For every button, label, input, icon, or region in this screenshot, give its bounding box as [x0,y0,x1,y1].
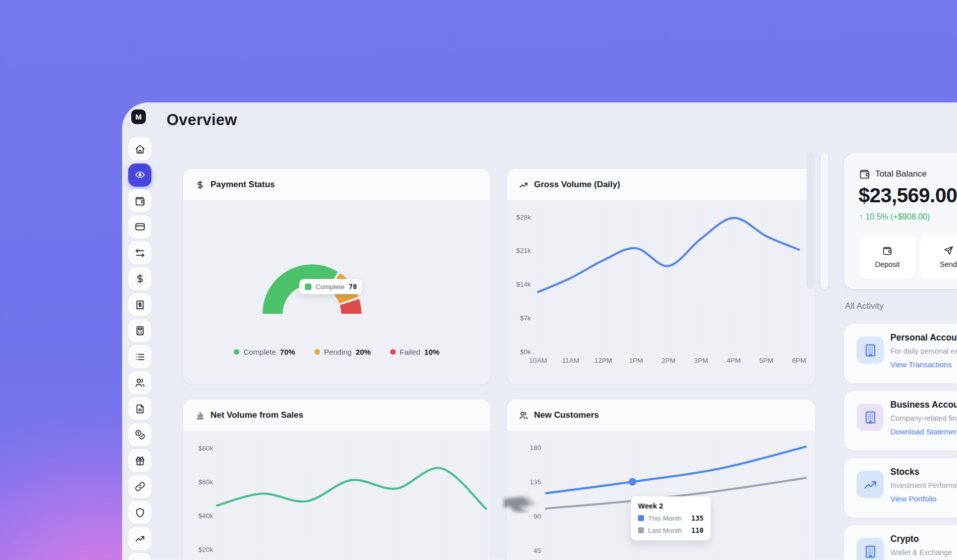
activity-card-personal-account[interactable]: Personal AccountFor daily personal expen… [844,324,957,383]
card-header: New Customers [507,400,815,431]
bar-chart-icon [195,411,205,420]
activity-icon-tile [857,404,884,431]
card-title: Net Volume from Sales [210,410,303,420]
activity-subtitle: Wallet & Exchange [890,548,952,556]
legend-item-complete: Complete70% [234,348,295,356]
svg-text:5PM: 5PM [759,357,773,364]
activity-card-stocks[interactable]: StocksInvestment PerformanceView Portfol… [844,458,957,518]
trending-up-icon [519,180,528,190]
activity-link[interactable]: Download Statements [890,427,957,436]
sidebar-item-trending-up[interactable] [128,527,151,550]
send-icon [943,246,953,256]
users-icon [519,411,528,420]
svg-text:4PM: 4PM [727,357,741,364]
sidebar-item-home[interactable] [128,137,151,160]
deposit-button[interactable]: Deposit [859,235,916,279]
tooltip-row: Last Month110 [638,526,704,534]
new-customers-chart: 1801359045 [507,431,815,560]
activity-title: Personal Account [890,332,957,343]
building-icon [863,544,878,559]
sidebar-item-arrows-left-right[interactable] [128,241,151,264]
chart-tooltip: Week 2 This Month135Last Month110 [631,496,711,540]
activity-link[interactable]: View Portfolio [890,494,936,503]
building-icon [863,343,878,358]
balance-amount: $23,569.00 [859,184,957,207]
svg-text:$7k: $7k [520,314,531,322]
activity-icon-tile [857,471,884,498]
svg-text:12PM: 12PM [595,357,612,364]
sidebar-item-calculator[interactable] [128,319,151,343]
activity-title: Crypto [890,534,919,544]
activity-subtitle: Investment Performance [890,481,957,489]
net-volume-card: Net Volume from Sales $80k$60k$40k$20k [183,400,490,560]
svg-text:$80k: $80k [198,444,214,452]
send-label: Send [940,260,957,268]
dashboard-panel: M Overview Payment Status Complete 70 Co… [122,102,957,560]
svg-text:180: 180 [529,444,541,452]
sidebar-item-shield[interactable] [128,501,151,524]
dollar-sign-icon [195,180,205,190]
sidebar-item-list[interactable] [128,345,151,368]
card-title: Payment Status [210,180,275,190]
wallet-icon [859,169,870,180]
sidebar-item-receipt-dollar[interactable] [128,293,151,316]
tooltip-row: This Month135 [638,514,704,522]
sidebar-item-wallet[interactable] [128,189,151,212]
trending-up-icon [519,180,528,190]
card-header: Payment Status [183,169,490,201]
send-icon [943,246,953,256]
activity-link[interactable]: View Transactions [890,360,951,369]
tooltip-value: 70 [349,283,357,291]
svg-text:$60k: $60k [198,478,214,486]
svg-text:3PM: 3PM [694,357,708,364]
calculator-icon [135,325,145,336]
balance-change: ↑ 10.5% (+$908.00) [859,212,930,221]
sidebar-item-users[interactable] [128,371,151,395]
new-customers-card: New Customers 1801359045 Week 2 This Mon… [507,400,815,560]
svg-text:1PM: 1PM [629,357,643,364]
sidebar-item-eye[interactable] [128,163,151,187]
home-icon [135,144,145,154]
dollar-sign-icon [135,273,145,284]
svg-text:$0k: $0k [520,348,531,356]
users-icon [519,411,528,420]
gauge-tooltip: Complete 70 [299,279,362,294]
peek-card-front [821,153,828,289]
svg-text:90: 90 [534,513,541,520]
activity-card-business-account[interactable]: Business AccountCompany-related finances… [844,391,957,451]
peek-card-back [807,153,815,289]
receipt-dollar-icon [135,300,145,310]
svg-text:$14k: $14k [516,281,531,288]
sidebar-item-device[interactable] [128,553,151,560]
users-icon [135,377,145,388]
sidebar-item-gift[interactable] [128,449,151,472]
page-title: Overview [167,111,237,129]
sidebar-item-dollar-sign[interactable] [128,267,151,291]
activity-title: Business Account [890,400,957,410]
link-icon [135,481,145,492]
trending-up-icon [863,477,878,492]
trending-up-icon [135,533,145,544]
card-title: Gross Volume (Daily) [534,180,620,190]
sidebar-item-file-text[interactable] [128,397,151,420]
gross-volume-chart: $28k$21k$14k$7k$0k10AM11AM12PM1PM2PM3PM4… [507,200,815,384]
cursor-smudge [504,496,531,513]
wallet-icon [859,169,870,180]
send-button[interactable]: Send [920,235,957,279]
svg-text:135: 135 [529,478,541,486]
activity-card-crypto[interactable]: CryptoWallet & Exchange [844,525,957,560]
svg-text:11AM: 11AM [562,357,579,364]
svg-text:$40k: $40k [198,512,214,520]
sidebar-item-coins[interactable] [128,423,151,446]
sidebar-item-credit-card[interactable] [128,215,151,239]
file-text-icon [135,404,145,414]
svg-text:6PM: 6PM [792,357,806,364]
net-volume-chart: $80k$60k$40k$20k [183,431,490,560]
sidebar-item-link[interactable] [128,475,151,498]
wallet-icon [135,196,145,206]
list-icon [135,352,145,362]
wallet-icon [882,246,892,256]
svg-text:$28k: $28k [516,213,531,221]
activity-title: Stocks [890,467,919,477]
card-header: Gross Volume (Daily) [507,169,815,201]
